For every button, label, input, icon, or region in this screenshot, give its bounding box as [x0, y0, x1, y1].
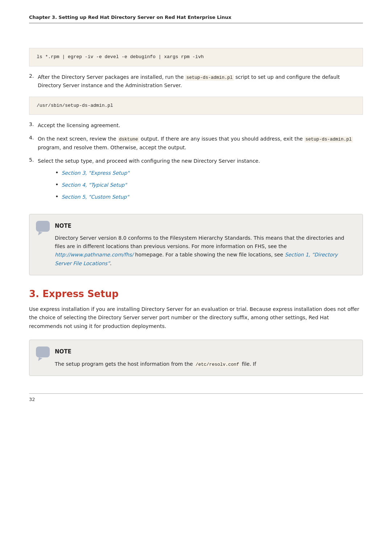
page-number: 32 [29, 397, 35, 402]
note-1-text-2: homepage. For a table showing the new fi… [134, 252, 285, 258]
bullet-list: Section 3, "Express Setup" Section 4, "T… [55, 169, 363, 201]
svg-marker-1 [38, 232, 42, 235]
svg-marker-3 [38, 357, 42, 361]
step-2: 2. After the Directory Server packages a… [29, 73, 363, 90]
step-3-text: Accept the licensing agreement. [38, 122, 120, 128]
bullet-link-1[interactable]: Section 3, "Express Setup" [61, 169, 129, 177]
note-icon-1 [35, 220, 51, 236]
code-block-2: /usr/sbin/setup-ds-admin.pl [29, 97, 363, 115]
section-title: Express Setup [42, 288, 119, 299]
list-item-3: Section 5, "Custom Setup" [55, 193, 363, 201]
body-text: Use express installation if you are inst… [29, 305, 363, 331]
note-1-title: NOTE [55, 222, 354, 231]
list-item-2: Section 4, "Typical Setup" [55, 181, 363, 189]
note-2-title: NOTE [55, 347, 354, 356]
step-5-content: Select the setup type, and proceed with … [38, 157, 363, 205]
note-1-link1[interactable]: http://www.pathname.com/fhs/ [55, 252, 134, 258]
note-box-2: NOTE The setup program gets the host inf… [29, 340, 363, 376]
note-icon-2 [35, 346, 51, 362]
note-box-1: NOTE Directory Server version 8.0 confor… [29, 214, 363, 275]
step-5-text: Select the setup type, and proceed with … [38, 158, 260, 164]
step-5-number: 5. [29, 157, 38, 163]
svg-rect-0 [36, 221, 50, 232]
note-1-text-3: . [110, 260, 111, 266]
step-4-number: 4. [29, 135, 38, 141]
list-item-1: Section 3, "Express Setup" [55, 169, 363, 177]
step-4-code2: setup-ds-admin.pl [305, 137, 353, 142]
bullet-link-2[interactable]: Section 4, "Typical Setup" [61, 181, 127, 189]
code-block-2-text: /usr/sbin/setup-ds-admin.pl [37, 103, 113, 108]
step-3-content: Accept the licensing agreement. [38, 121, 363, 130]
step-4-text-after: program, and resolve them. Otherwise, ac… [38, 145, 187, 150]
chapter-header-text: Chapter 3. Setting up Red Hat Directory … [29, 15, 231, 20]
step-3-number: 3. [29, 121, 38, 127]
page-footer: 32 [29, 393, 363, 402]
chapter-header: Chapter 3. Setting up Red Hat Directory … [29, 15, 363, 23]
step-5: 5. Select the setup type, and proceed wi… [29, 157, 363, 205]
note-2-text-after: file. If [240, 361, 256, 367]
step-2-code: setup-ds-admin.pl [185, 75, 234, 81]
step-2-content: After the Directory Server packages are … [38, 73, 363, 90]
step-2-text-before: After the Directory Server packages are … [38, 74, 185, 80]
step-2-number: 2. [29, 73, 38, 79]
page-container: Chapter 3. Setting up Red Hat Directory … [0, 0, 392, 424]
step-3: 3. Accept the licensing agreement. [29, 121, 363, 130]
step-4-content: On the next screen, review the dsktune o… [38, 135, 363, 152]
note-2-code: /etc/resolv.conf [195, 362, 240, 368]
code-block-1: ls *.rpm | egrep -iv -e devel -e debugin… [29, 48, 363, 66]
note-2-text-before: The setup program gets the host informat… [55, 361, 195, 367]
step-4-text-before: On the next screen, review the [38, 136, 118, 142]
section-number: 3. [29, 288, 39, 299]
step-4-code1: dsktune [118, 137, 139, 142]
code-block-1-text: ls *.rpm | egrep -iv -e devel -e debugin… [37, 54, 204, 60]
svg-rect-2 [36, 347, 50, 357]
section-heading: 3. Express Setup [29, 288, 363, 299]
bullet-link-3[interactable]: Section 5, "Custom Setup" [61, 193, 129, 201]
note-1-body: Directory Server version 8.0 conforms to… [55, 234, 354, 267]
step-4: 4. On the next screen, review the dsktun… [29, 135, 363, 152]
note-1-text-1: Directory Server version 8.0 conforms to… [55, 235, 344, 249]
note-2-body: The setup program gets the host informat… [55, 360, 354, 369]
step-4-text-middle: output. If there are any issues that you… [139, 136, 304, 142]
